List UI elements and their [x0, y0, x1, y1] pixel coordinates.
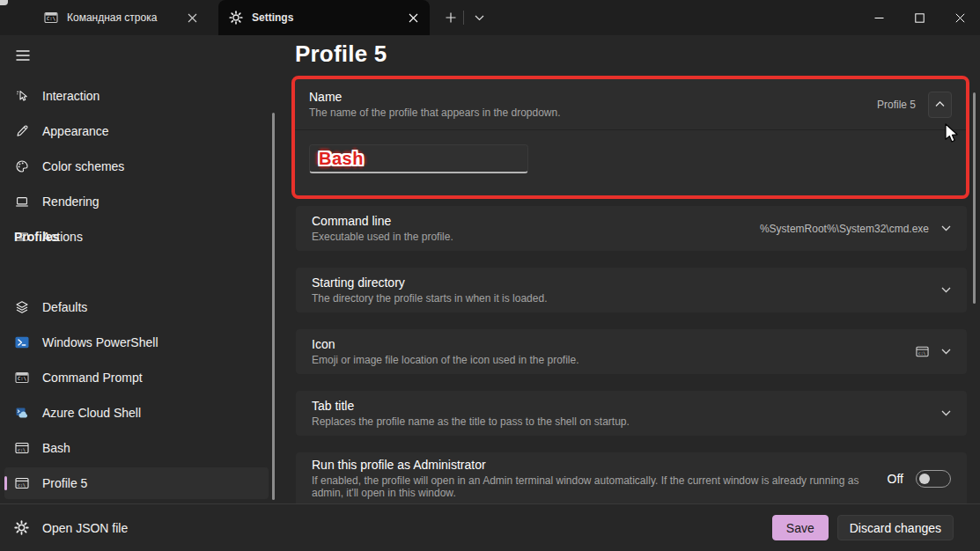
- setting-label: Tab title: [312, 399, 941, 413]
- setting-description: Replaces the profile name as the title t…: [312, 415, 941, 428]
- open-json-file-label: Open JSON file: [42, 521, 128, 535]
- sidebar-item-label: Command Prompt: [42, 371, 143, 385]
- chevron-down-icon[interactable]: [941, 287, 951, 293]
- save-button[interactable]: Save: [772, 515, 829, 540]
- sidebar-item-windows-powershell[interactable]: Windows PowerShell: [4, 327, 269, 358]
- chevron-down-icon[interactable]: [941, 225, 951, 231]
- svg-text:c:\: c:\: [18, 447, 26, 452]
- terminal-settings-window: C:\ Командная строка Settings: [0, 0, 980, 551]
- sidebar-item-label: Profile 5: [42, 476, 87, 490]
- gear-icon: [229, 11, 243, 25]
- tab-command-prompt[interactable]: C:\ Командная строка: [35, 0, 209, 35]
- tab-dropdown-button[interactable]: [467, 6, 491, 29]
- selection-indicator: [4, 476, 7, 490]
- run-as-admin-setting-card: Run this profile as Administrator If ena…: [295, 452, 968, 503]
- chevron-down-icon[interactable]: [941, 349, 951, 355]
- sidebar-item-command-prompt[interactable]: C:\ Command Prompt: [4, 362, 269, 393]
- sidebar-item-label: Color schemes: [42, 159, 124, 173]
- close-button[interactable]: [939, 0, 980, 35]
- titlebar: C:\ Командная строка Settings: [0, 0, 980, 35]
- body: Interaction Appearance Color schemes Ren…: [0, 35, 980, 503]
- svg-text:C:\: C:\: [47, 16, 55, 21]
- admin-toggle-switch[interactable]: [916, 470, 951, 488]
- pencil-icon: [15, 124, 29, 138]
- profile-name-input[interactable]: Bash: [309, 144, 528, 173]
- sidebar-item-profile-5[interactable]: c:\ Profile 5: [4, 467, 269, 499]
- terminal-window-icon: c:\: [916, 345, 929, 358]
- setting-label: Starting directory: [312, 276, 941, 290]
- laptop-icon: [15, 195, 29, 209]
- new-tab-button[interactable]: [438, 6, 463, 29]
- open-json-file-button[interactable]: Open JSON file: [14, 520, 128, 535]
- sidebar-item-label: Interaction: [42, 89, 99, 103]
- setting-label: Run this profile as Administrator: [312, 458, 868, 472]
- settings-nav-sidebar: Interaction Appearance Color schemes Ren…: [0, 35, 282, 503]
- terminal-window-icon: c:\: [15, 441, 29, 455]
- typed-name-annotation: Bash: [319, 149, 364, 169]
- sidebar-item-label: Appearance: [42, 124, 109, 138]
- cmd-icon: C:\: [15, 371, 29, 385]
- sidebar-item-label: Defaults: [42, 300, 87, 314]
- svg-text:c:\: c:\: [18, 482, 26, 488]
- profiles-section-header: Profiles: [14, 230, 59, 244]
- svg-text:C:\: C:\: [18, 376, 26, 381]
- command-line-setting-card[interactable]: Command line Executable used in the prof…: [295, 205, 968, 252]
- tab-title-setting-card[interactable]: Tab title Replaces the profile name as t…: [295, 390, 968, 437]
- chevron-down-icon[interactable]: [941, 410, 951, 416]
- discard-changes-button[interactable]: Discard changes: [837, 515, 954, 540]
- sidebar-scrollbar[interactable]: [272, 113, 275, 500]
- name-card-header[interactable]: Name The name of the profile that appear…: [295, 79, 966, 130]
- mouse-cursor: [945, 123, 960, 144]
- sidebar-item-defaults[interactable]: Defaults: [4, 291, 269, 323]
- name-card-expanded-area: Bash: [295, 131, 966, 195]
- toggle-knob: [919, 474, 930, 484]
- setting-label: Icon: [312, 337, 916, 351]
- setting-current-value: Profile 5: [877, 99, 916, 111]
- icon-setting-card[interactable]: Icon Emoji or image file location of the…: [295, 328, 968, 375]
- gear-icon: [14, 520, 29, 535]
- sidebar-item-interaction[interactable]: Interaction: [4, 80, 269, 112]
- tab-close-icon[interactable]: [402, 6, 424, 29]
- cursor-icon: [15, 89, 29, 103]
- svg-text:c:\: c:\: [918, 351, 926, 356]
- tab-title: Командная строка: [67, 11, 181, 24]
- sidebar-item-label: Azure Cloud Shell: [42, 406, 141, 420]
- maximize-button[interactable]: [899, 0, 939, 35]
- content-scrollbar[interactable]: [973, 92, 976, 304]
- tab-close-icon[interactable]: [181, 6, 203, 29]
- layers-icon: [15, 300, 29, 314]
- tab-settings[interactable]: Settings: [218, 0, 430, 35]
- starting-directory-setting-card[interactable]: Starting directory The directory the pro…: [295, 267, 968, 313]
- setting-description: Executable used in the profile.: [312, 231, 760, 243]
- settings-content: Profile 5 Name The name of the profile t…: [282, 35, 980, 503]
- setting-label: Command line: [312, 214, 760, 228]
- setting-label: Name: [309, 90, 877, 104]
- setting-description: The name of the profile that appears in …: [309, 107, 877, 119]
- tab-title: Settings: [252, 11, 402, 24]
- hamburger-menu-icon[interactable]: [11, 44, 35, 67]
- cmd-icon: C:\: [44, 11, 58, 25]
- tabbar-separator: [463, 11, 464, 25]
- collapse-expander-button[interactable]: [928, 92, 952, 118]
- powershell-icon: [15, 335, 29, 349]
- sidebar-item-bash[interactable]: c:\ Bash: [4, 432, 269, 464]
- name-setting-card: Name The name of the profile that appear…: [291, 76, 969, 199]
- sidebar-item-appearance[interactable]: Appearance: [4, 115, 269, 147]
- sidebar-item-rendering[interactable]: Rendering: [4, 186, 269, 217]
- page-title: Profile 5: [295, 40, 387, 68]
- footer-bar: Open JSON file Save Discard changes: [0, 503, 980, 551]
- sidebar-item-azure-cloud-shell[interactable]: Azure Cloud Shell: [4, 397, 269, 429]
- setting-description: Emoji or image file location of the icon…: [312, 354, 916, 366]
- minimize-button[interactable]: [858, 0, 899, 35]
- corner-artifact: [0, 0, 8, 5]
- sidebar-item-label: Windows PowerShell: [42, 335, 158, 349]
- setting-description: The directory the profile starts in when…: [312, 292, 941, 305]
- terminal-window-icon: c:\: [15, 476, 29, 490]
- setting-current-value: %SystemRoot%\System32\cmd.exe: [760, 223, 929, 235]
- azure-cloud-shell-icon: [15, 406, 29, 420]
- sidebar-item-label: Bash: [42, 441, 70, 455]
- toggle-state-label: Off: [888, 472, 903, 486]
- sidebar-item-color-schemes[interactable]: Color schemes: [4, 151, 269, 182]
- setting-description: If enabled, the profile will open in an …: [312, 474, 868, 499]
- palette-icon: [15, 159, 29, 173]
